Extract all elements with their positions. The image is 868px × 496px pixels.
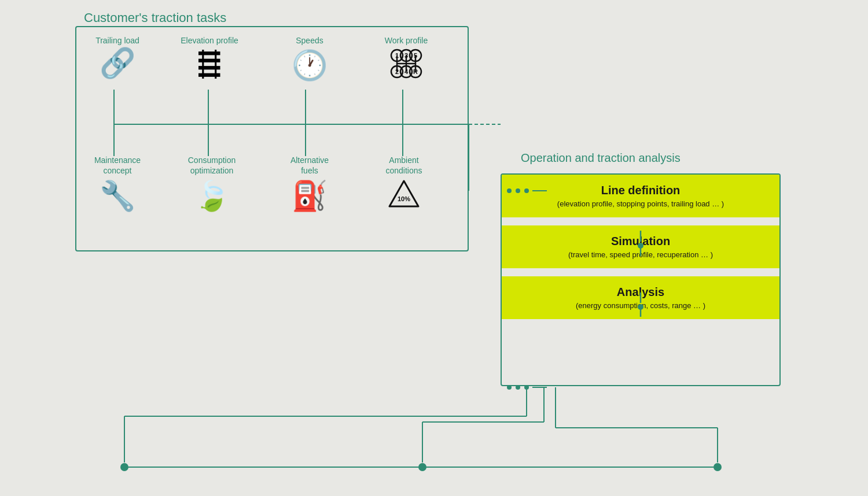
ambient-conditions-label: Ambientconditions	[385, 155, 422, 176]
line-definition-title: Line definition	[513, 184, 768, 197]
analysis-sub: (energy consumption, costs, range … )	[513, 301, 768, 310]
svg-text:2: 2	[395, 68, 399, 75]
speeds-icon: 🕐	[292, 49, 328, 82]
speeds-label: Speeds	[296, 36, 323, 45]
svg-point-57	[713, 463, 722, 471]
operation-box: Line definition (elevation profile, stop…	[501, 173, 781, 386]
svg-marker-16	[389, 181, 418, 206]
simulation-box: Simulation (travel time, speed profile, …	[502, 225, 779, 268]
svg-text:4: 4	[404, 68, 409, 75]
consumption-optimization-icon: 🍃	[194, 179, 230, 213]
trailing-load-icon: 🔗	[100, 49, 135, 77]
svg-point-53	[418, 463, 426, 471]
svg-text:R: R	[413, 68, 418, 75]
analysis-title: Analysis	[513, 286, 768, 299]
alternative-fuels-icon: ⛽	[292, 179, 328, 213]
trailing-load-label: Trailing load	[95, 36, 139, 45]
ambient-conditions-icon: 10%	[388, 179, 420, 208]
line-definition-box: Line definition (elevation profile, stop…	[502, 175, 779, 217]
simulation-title: Simulation	[513, 235, 768, 248]
elevation-profile-label: Elevation profile	[181, 36, 238, 45]
item-alternative-fuels: Alternativefuels ⛽	[284, 155, 336, 213]
main-title: Customer's traction tasks	[84, 10, 226, 25]
item-work-profile: Work profile 1 3 5 2 4 R	[377, 36, 435, 79]
alternative-fuels-label: Alternativefuels	[290, 155, 329, 176]
consumption-optimization-label: Consumptionoptimization	[188, 155, 236, 176]
item-maintenance-concept: Maintenanceconcept 🔧	[86, 155, 149, 213]
svg-point-49	[120, 463, 128, 471]
simulation-sub: (travel time, speed profile, recuperatio…	[513, 250, 768, 259]
item-trailing-load: Trailing load 🔗	[86, 36, 149, 77]
work-profile-icon: 1 3 5 2 4 R	[389, 49, 424, 79]
item-ambient-conditions: Ambientconditions 10%	[375, 155, 433, 208]
item-elevation-profile: Elevation profile 🛤	[181, 36, 238, 82]
work-profile-label: Work profile	[385, 36, 428, 45]
diagram-container: Customer's traction tasks Trailing load …	[0, 0, 868, 496]
elevation-profile-icon: 🛤	[195, 49, 224, 82]
operation-title: Operation and traction analysis	[521, 151, 681, 165]
maintenance-concept-icon: 🔧	[100, 179, 135, 213]
item-consumption-optimization: Consumptionoptimization 🍃	[183, 155, 241, 213]
analysis-box: Analysis (energy consumption, costs, ran…	[502, 276, 779, 319]
item-speeds: Speeds 🕐	[284, 36, 336, 82]
line-definition-sub: (elevation profile, stopping points, tra…	[513, 199, 768, 208]
maintenance-concept-label: Maintenanceconcept	[94, 155, 141, 176]
svg-text:10%: 10%	[398, 195, 410, 202]
